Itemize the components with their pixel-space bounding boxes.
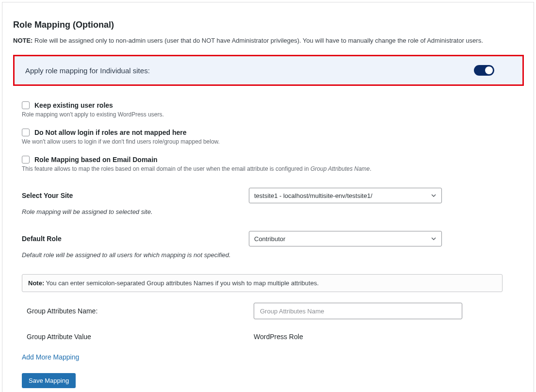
- info-box-label: Note:: [28, 279, 44, 287]
- email-domain-label: Role Mapping based on Email Domain: [34, 156, 158, 163]
- email-domain-help-prefix: This feature allows to map the roles bas…: [22, 165, 310, 172]
- default-role-row: Default Role Contributor: [22, 231, 503, 246]
- apply-individual-sites-box: Apply role mapping for Individual sites:: [13, 55, 524, 86]
- no-login-checkbox[interactable]: [22, 129, 30, 136]
- group-attr-name-input[interactable]: [254, 303, 462, 319]
- default-role-value: Contributor: [254, 235, 285, 243]
- no-login-label: Do Not allow login if roles are not mapp…: [34, 129, 186, 136]
- email-domain-checkbox[interactable]: [22, 156, 30, 163]
- keep-roles-checkbox[interactable]: [22, 101, 30, 109]
- select-site-value: testsite1 - localhost/multisite-env/test…: [254, 192, 373, 199]
- note-label: NOTE:: [13, 37, 32, 44]
- group-attr-name-row: Group Attributes Name:: [22, 303, 503, 319]
- default-role-dropdown[interactable]: Contributor: [249, 231, 442, 246]
- toggle-knob: [485, 66, 493, 74]
- role-mapping-panel: Role Mapping (Optional) NOTE: Role will …: [2, 2, 534, 392]
- info-box-text: You can enter semicolon-separated Group …: [44, 279, 319, 287]
- chevron-down-icon: [431, 236, 437, 242]
- group-attr-name-label: Group Attributes Name:: [27, 307, 97, 315]
- select-site-label: Select Your Site: [22, 192, 73, 199]
- email-domain-help: This feature allows to map the roles bas…: [22, 165, 503, 172]
- select-site-help: Role mapping will be assigned to selecte…: [22, 208, 503, 215]
- keep-roles-help: Role mapping won't apply to existing Wor…: [22, 111, 503, 118]
- save-mapping-button[interactable]: Save Mapping: [22, 373, 76, 388]
- select-site-row: Select Your Site testsite1 - localhost/m…: [22, 188, 503, 203]
- email-domain-help-em: Group Attributes Name: [310, 165, 370, 172]
- chevron-down-icon: [431, 193, 437, 198]
- options-block: Keep existing user roles Role mapping wo…: [13, 101, 524, 172]
- default-role-help: Default role will be assigned to all use…: [22, 251, 503, 259]
- note-text: Role will be assigned only to non-admin …: [32, 37, 483, 44]
- keep-roles-label: Keep existing user roles: [34, 101, 113, 109]
- apply-individual-sites-toggle[interactable]: [474, 65, 494, 76]
- option-keep-roles: Keep existing user roles: [22, 101, 503, 109]
- email-domain-help-suffix: .: [370, 165, 371, 172]
- wordpress-role-header: WordPress Role: [254, 333, 303, 341]
- no-login-help: We won't allow users to login if we don'…: [22, 138, 503, 145]
- group-attr-value-header: Group Attribute Value: [22, 333, 254, 341]
- note-line: NOTE: Role will be assigned only to non-…: [13, 37, 524, 44]
- apply-individual-sites-label: Apply role mapping for Individual sites:: [25, 66, 150, 75]
- mapping-columns-header: Group Attribute Value WordPress Role: [22, 333, 503, 341]
- select-site-dropdown[interactable]: testsite1 - localhost/multisite-env/test…: [249, 188, 442, 203]
- form-section: Select Your Site testsite1 - localhost/m…: [13, 188, 524, 388]
- option-no-login: Do Not allow login if roles are not mapp…: [22, 129, 503, 136]
- page-title: Role Mapping (Optional): [13, 20, 524, 30]
- default-role-label: Default Role: [22, 235, 62, 243]
- info-box: Note: You can enter semicolon-separated …: [22, 274, 503, 292]
- option-email-domain: Role Mapping based on Email Domain: [22, 156, 503, 163]
- add-more-mapping-link[interactable]: Add More Mapping: [22, 353, 79, 361]
